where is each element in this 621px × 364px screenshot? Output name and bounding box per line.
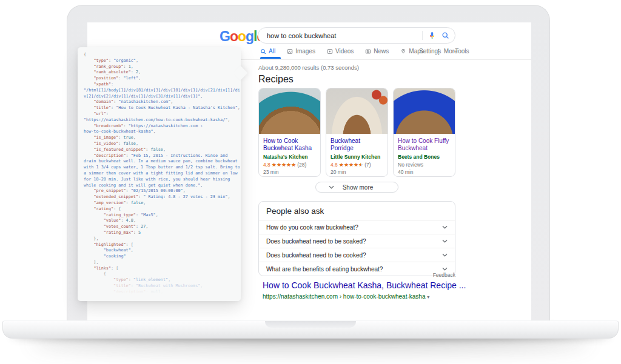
recipe-image[interactable] <box>394 88 455 134</box>
recipe-source: Natasha's Kitchen <box>263 154 316 160</box>
show-more-button[interactable]: Show more <box>315 182 398 193</box>
paa-question-text: Does buckwheat need to be cooked? <box>266 252 366 259</box>
tabs-right-group: Settings Tools <box>419 48 483 55</box>
recipe-rating: 4.8 ★★★★★★★★★★ (28) <box>263 162 316 168</box>
laptop-base-notch <box>265 321 356 328</box>
search-box[interactable]: how to cook buckwheat <box>258 27 455 44</box>
star-rating: ★★★★★★★★★★ <box>339 162 363 168</box>
tab-images[interactable]: Images <box>287 48 315 55</box>
chevron-down-icon[interactable] <box>442 267 448 271</box>
videos-tab-icon <box>327 48 333 55</box>
paa-question[interactable]: How do you cook raw buckwheat? <box>259 220 455 234</box>
code-line: "rank_group": 1, <box>84 64 240 70</box>
recipe-image[interactable] <box>259 88 320 134</box>
code-line: "rank_absolute": 2, <box>84 70 240 76</box>
code-line: "highlighted": [ <box>84 242 240 248</box>
code-line: "is_video": false, <box>84 141 240 147</box>
code-line: while cooking and it will get quiet when… <box>84 183 240 189</box>
paa-question-text: How do you cook raw buckwheat? <box>266 224 358 231</box>
star-rating: ★★★★★★★★★★ <box>272 162 296 168</box>
review-count: No reviews <box>398 162 423 168</box>
code-line: "domain": "natashaskitchen.com", <box>84 99 240 105</box>
result-title-link[interactable]: How to Cook Buckwheat Kasha, Buckwheat R… <box>263 280 466 290</box>
tab-all[interactable]: All <box>260 48 275 55</box>
code-line: "rating_type": "Max5", <box>84 213 240 219</box>
paa-question[interactable]: Does buckwheat need to be soaked? <box>259 234 455 248</box>
search-box-divider <box>422 31 423 40</box>
organic-result: How to Cook Buckwheat Kasha, Buckwheat R… <box>263 280 466 300</box>
code-line: for 18-20 min. Just like with rice, you … <box>84 177 240 183</box>
mic-icon[interactable] <box>428 31 436 39</box>
code-line: "pre_snippet": "02/15/2015 00:00:00", <box>84 188 240 194</box>
recipe-card[interactable]: How to Cook Fluffy Buckwheat Beets and B… <box>393 88 455 177</box>
code-line: "title": "How to Cook Buckwheat Kasha - … <box>84 105 240 111</box>
code-line: "is_featured_snippet": false, <box>84 147 240 153</box>
review-count: (7) <box>364 162 371 168</box>
tab-news[interactable]: News <box>365 48 389 55</box>
logo-letter: o <box>238 28 246 44</box>
code-line: "amp_version": false, <box>84 200 240 207</box>
code-line: { <box>84 52 240 58</box>
rating-value: 4.6 <box>331 162 338 168</box>
laptop-shadow-soft <box>30 337 591 349</box>
maps-tab-icon <box>400 48 406 55</box>
logo-letter: g <box>246 28 253 44</box>
search-query-text[interactable]: how to cook buckwheat <box>267 32 422 39</box>
code-line: "description": "Feb 15, 2015 - Instructi… <box>84 153 240 159</box>
code-line: "position": "left", <box>84 76 240 82</box>
code-line: "value": 4.8, <box>84 218 240 224</box>
chevron-down-icon[interactable] <box>442 239 448 243</box>
recipes-section-title: Recipes <box>258 74 294 85</box>
rating-value: 4.8 <box>263 162 270 168</box>
code-line: "rating_max": 5 <box>84 230 240 236</box>
search-icon[interactable] <box>441 31 449 39</box>
recipe-title-link[interactable]: Buckwheat Porridge <box>331 137 383 152</box>
result-url[interactable]: https://natashaskitchen.com › how-to-coo… <box>263 293 466 300</box>
tab-label: All <box>269 48 275 55</box>
laptop-base <box>2 320 619 339</box>
paa-question-text: Does buckwheat need to be soaked? <box>266 238 366 245</box>
code-line: v[2]/div[2]/div[1]/div[1]/div[3]/div[1]/… <box>84 94 240 100</box>
code-line: ], <box>84 260 240 266</box>
code-line: "cooking" <box>84 254 240 260</box>
paa-question[interactable]: Does buckwheat need to be cooked? <box>259 248 455 262</box>
code-line: "extended_snippet": " Rating: 4.8 - 27 v… <box>84 194 240 200</box>
recipe-card[interactable]: How to Cook Buckwheat Kasha Natasha's Ki… <box>258 88 321 177</box>
code-line: "buckwheat", <box>84 248 240 254</box>
feedback-link[interactable]: Feedback <box>258 272 455 278</box>
code-line: "url": <box>84 111 240 117</box>
all-tab-search-icon <box>260 48 266 55</box>
code-fade-overlay <box>78 266 241 301</box>
code-line: "xpath": <box>84 82 240 88</box>
tools-button[interactable]: Tools <box>455 48 469 55</box>
chevron-down-icon[interactable] <box>442 225 448 229</box>
recipe-title-link[interactable]: How to Cook Buckwheat Kasha <box>263 137 316 152</box>
recipe-card[interactable]: Buckwheat Porridge Little Sunny Kitchen … <box>326 88 388 177</box>
url-dropdown-arrow-icon[interactable]: ▾ <box>427 294 429 300</box>
people-also-ask-title: People also ask <box>259 202 455 220</box>
chevron-down-icon <box>329 185 334 189</box>
review-count: (28) <box>297 162 306 168</box>
logo-letter: G <box>220 28 230 44</box>
tab-label: Images <box>295 48 315 55</box>
json-code: { "type": "organic", "rank_group": 1, "r… <box>78 47 241 297</box>
tab-videos[interactable]: Videos <box>327 48 354 55</box>
result-stats: About 9,280,000 results (0.73 seconds) <box>258 64 359 71</box>
recipe-source: Beets and Bones <box>398 154 451 160</box>
recipe-source: Little Sunny Kitchen <box>331 154 383 160</box>
chevron-down-icon[interactable] <box>442 253 448 257</box>
recipe-image[interactable] <box>326 88 388 134</box>
logo-letter: o <box>230 28 238 44</box>
recipe-time: 20 min <box>331 169 383 175</box>
code-line: "is_image": true, <box>84 135 240 141</box>
recipe-cards: How to Cook Buckwheat Kasha Natasha's Ki… <box>258 88 460 177</box>
code-line: }, <box>84 236 240 242</box>
code-line: how-to-cook-buckwheat-kasha", <box>84 129 240 135</box>
json-code-panel: { "type": "organic", "rank_group": 1, "r… <box>78 47 241 301</box>
recipe-title-link[interactable]: How to Cook Fluffy Buckwheat <box>398 137 451 152</box>
recipe-rating: 4.6 ★★★★★★★★★★ (7) <box>331 162 383 168</box>
active-tab-underline <box>260 57 281 59</box>
code-line: "breadcrumb": "https://natashaskitchen.c… <box>84 124 240 130</box>
settings-button[interactable]: Settings <box>419 48 441 55</box>
news-tab-icon <box>365 48 371 55</box>
